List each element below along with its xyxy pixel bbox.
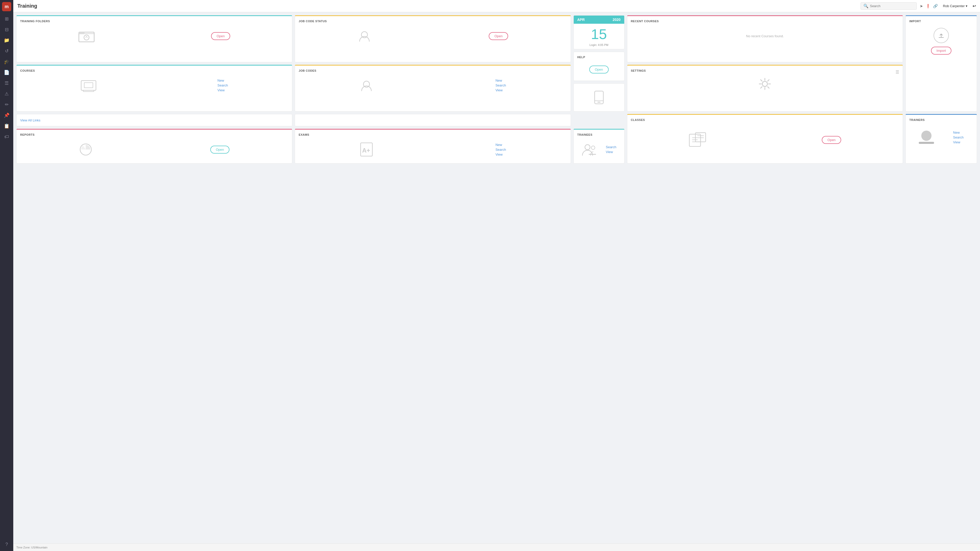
view-all-links-card: View All Links: [16, 114, 292, 126]
trainees-links: Search View: [606, 145, 616, 154]
sidebar-item-edit[interactable]: ✏: [2, 100, 11, 109]
trainers-title: TRAINERS: [909, 118, 973, 121]
mobile-card: [573, 83, 625, 111]
courses-links: New Search View: [218, 79, 228, 92]
trainers-view-link[interactable]: View: [953, 140, 964, 144]
alert-icon[interactable]: ❗: [926, 4, 931, 8]
search-icon: 🔍: [863, 3, 869, 8]
svg-rect-7: [81, 81, 96, 90]
courses-new-link[interactable]: New: [218, 79, 228, 83]
help-title: HELP: [577, 56, 620, 59]
job-codes-title: JOB CODES: [299, 69, 567, 72]
job-codes-view-link[interactable]: View: [495, 88, 506, 92]
svg-rect-1: [79, 32, 84, 34]
job-codes-icon: [360, 79, 373, 92]
sidebar-item-grid[interactable]: ⊟: [2, 25, 11, 34]
help-open-button[interactable]: Open: [589, 65, 609, 73]
svg-point-2: [84, 35, 89, 40]
view-all-links[interactable]: View All Links: [20, 116, 40, 125]
classes-card: CLASSES Open: [627, 114, 903, 164]
svg-text:A+: A+: [362, 147, 370, 154]
training-folders-title: TRAINING FOLDERS: [20, 20, 288, 23]
sidebar-item-tag[interactable]: 🏷: [2, 132, 11, 141]
job-codes-search-link[interactable]: Search: [495, 83, 506, 87]
timezone-text: Time Zone: US/Mountain: [16, 546, 48, 549]
classes-open-button[interactable]: Open: [822, 136, 841, 144]
sidebar-item-pin[interactable]: 📌: [2, 111, 11, 120]
dashboard: TRAINING FOLDERS Open JOB CODE STATUS: [13, 12, 980, 543]
exams-card: EXAMS A+ New Search View: [295, 129, 571, 164]
job-code-status-icon: [358, 29, 371, 43]
classes-icon: [689, 132, 706, 148]
recent-courses-title: RECENT COURSES: [631, 20, 899, 23]
svg-rect-12: [689, 134, 700, 146]
logout-icon[interactable]: ↩: [973, 3, 976, 8]
sidebar-item-training[interactable]: 🎓: [2, 57, 11, 66]
calendar-login: Login: 4:05 PM: [574, 43, 624, 49]
trainers-card: TRAINERS New Search View: [905, 114, 977, 164]
job-codes-card: JOB CODES New Search View: [295, 65, 571, 112]
navigation-icon[interactable]: ➤: [920, 4, 923, 8]
settings-title: SETTINGS: [631, 69, 646, 72]
gear-icon: [757, 76, 773, 94]
sidebar-item-help[interactable]: ?: [2, 540, 11, 549]
recent-courses-card: RECENT COURSES No recent Courses found.: [627, 15, 903, 62]
search-box[interactable]: 🔍: [861, 2, 917, 10]
avatar-bar: [919, 142, 934, 144]
svg-point-18: [591, 146, 595, 149]
exams-view-link[interactable]: View: [495, 152, 506, 156]
avatar-circle: [921, 130, 932, 141]
calendar-card: APR 2020 15 Login: 4:05 PM: [573, 15, 625, 49]
sidebar-item-docs[interactable]: 📄: [2, 68, 11, 77]
sidebar-item-list[interactable]: ☰: [2, 79, 11, 88]
exams-new-link[interactable]: New: [495, 143, 506, 147]
trainees-search-link[interactable]: Search: [606, 145, 616, 149]
trainees-title: TRAINEES: [577, 133, 620, 136]
reports-card: REPORTS Open: [16, 129, 292, 164]
user-dropdown[interactable]: Rob Carpenter ▾: [941, 3, 969, 9]
trainers-new-link[interactable]: New: [953, 130, 964, 135]
links-card: [295, 114, 571, 126]
exams-title: EXAMS: [299, 133, 567, 136]
search-input[interactable]: [870, 4, 914, 8]
trainees-card: TRAINEES Search View: [573, 129, 625, 164]
training-folders-open-button[interactable]: Open: [211, 32, 231, 40]
job-code-status-open-button[interactable]: Open: [489, 32, 508, 40]
reports-icon: [79, 143, 92, 156]
sidebar-item-alert[interactable]: ⚠: [2, 89, 11, 98]
trainees-icon: [581, 143, 597, 156]
middle-column: APR 2020 15 Login: 4:05 PM HELP Open: [573, 15, 625, 111]
link-icon[interactable]: 🔗: [933, 4, 938, 8]
settings-menu-icon[interactable]: ☰: [896, 70, 899, 75]
svg-point-11: [762, 81, 767, 86]
sidebar-item-file[interactable]: 📋: [2, 121, 11, 130]
trainers-search-link[interactable]: Search: [953, 135, 964, 139]
calendar-day: 15: [574, 24, 624, 43]
reports-title: REPORTS: [20, 133, 288, 136]
svg-rect-8: [83, 90, 94, 92]
svg-rect-9: [84, 83, 93, 88]
job-code-status-title: JOB CODE STATUS: [299, 20, 567, 23]
import-body: Import: [909, 26, 973, 56]
help-card: HELP Open: [573, 52, 625, 81]
settings-card: SETTINGS ☰: [627, 65, 903, 112]
sidebar-item-dashboard[interactable]: ⊞: [2, 14, 11, 24]
classes-title: CLASSES: [631, 118, 899, 121]
courses-view-link[interactable]: View: [218, 88, 228, 92]
import-button[interactable]: Import: [931, 47, 952, 55]
exams-search-link[interactable]: Search: [495, 148, 506, 151]
trainees-view-link[interactable]: View: [606, 150, 616, 154]
svg-point-17: [585, 144, 590, 150]
courses-search-link[interactable]: Search: [218, 83, 228, 87]
training-folders-icon: [78, 29, 95, 43]
courses-card: COURSES New Search View: [16, 65, 292, 112]
calendar-year: 2020: [613, 17, 620, 22]
app-logo: m: [2, 2, 11, 11]
import-title: IMPORT: [909, 20, 973, 23]
sidebar-item-refresh[interactable]: ↺: [2, 46, 11, 56]
reports-open-button[interactable]: Open: [210, 146, 230, 154]
job-codes-new-link[interactable]: New: [495, 79, 506, 83]
exams-icon: A+: [360, 142, 373, 157]
calendar-header: APR 2020: [574, 16, 624, 24]
sidebar-item-folder[interactable]: 📁: [2, 36, 11, 45]
